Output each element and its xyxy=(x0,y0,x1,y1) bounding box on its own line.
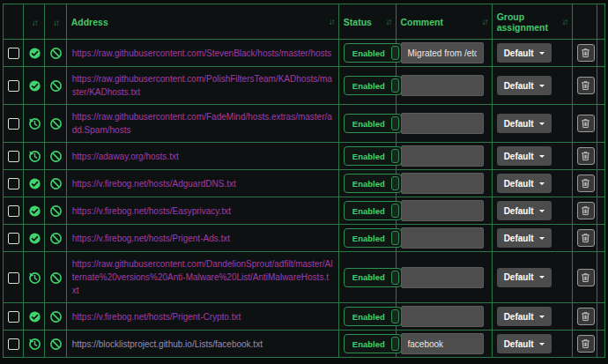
delete-button[interactable] xyxy=(577,269,595,286)
check-circle-icon xyxy=(28,177,41,190)
status-toggle[interactable]: Enabled xyxy=(344,76,402,95)
comment-input[interactable] xyxy=(401,200,484,221)
adlist-link[interactable]: https://raw.githubusercontent.com/FadeMi… xyxy=(72,110,333,137)
row-select-checkbox[interactable] xyxy=(8,151,19,162)
trash-icon xyxy=(581,233,590,243)
group-assignment-label: Default xyxy=(504,152,534,161)
comment-input[interactable] xyxy=(401,173,484,194)
adlist-link[interactable]: https://v.firebog.net/hosts/Prigent-Ads.… xyxy=(72,232,333,245)
row-select-checkbox[interactable] xyxy=(8,311,19,323)
row-select-checkbox[interactable] xyxy=(8,272,19,284)
history-icon xyxy=(28,338,41,351)
adlist-link[interactable]: https://v.firebog.net/hosts/Prigent-Cryp… xyxy=(72,310,333,323)
delete-button[interactable] xyxy=(577,308,595,325)
comment-input[interactable] xyxy=(401,333,484,354)
toggle-knob-icon xyxy=(391,271,399,285)
comment-input[interactable] xyxy=(401,113,484,134)
group-assignment-dropdown[interactable]: Default xyxy=(497,201,552,220)
trash-icon xyxy=(581,151,590,161)
column-header-status[interactable]: Status ↓↑ xyxy=(338,4,396,40)
group-assignment-dropdown[interactable]: Default xyxy=(497,228,552,248)
delete-button[interactable] xyxy=(577,229,595,247)
group-assignment-dropdown[interactable]: Default xyxy=(497,268,552,287)
adlist-link[interactable]: https://v.firebog.net/hosts/AdguardDNS.t… xyxy=(72,177,333,190)
adlist-link[interactable]: https://raw.githubusercontent.com/Polish… xyxy=(72,72,333,99)
delete-button[interactable] xyxy=(577,202,595,219)
adlist-link[interactable]: https://adaway.org/hosts.txt xyxy=(72,150,333,163)
row-select-checkbox[interactable] xyxy=(8,338,19,350)
group-assignment-label: Default xyxy=(504,48,534,58)
group-assignment-dropdown[interactable]: Default xyxy=(497,174,552,193)
toggle-knob-icon xyxy=(391,309,399,323)
delete-button[interactable] xyxy=(577,175,595,192)
caret-down-icon xyxy=(539,276,545,281)
check-circle-icon xyxy=(28,79,41,93)
group-assignment-label: Default xyxy=(504,312,534,322)
toggle-knob-icon xyxy=(391,337,399,351)
group-assignment-dropdown[interactable]: Default xyxy=(497,76,552,95)
gap-cell xyxy=(597,331,604,358)
group-assignment-dropdown[interactable]: Default xyxy=(497,334,552,353)
group-assignment-dropdown[interactable]: Default xyxy=(497,114,552,133)
delete-button[interactable] xyxy=(577,115,595,132)
row-select-checkbox[interactable] xyxy=(8,233,19,244)
group-assignment-label: Default xyxy=(504,81,534,91)
adlist-link[interactable]: https://raw.githubusercontent.com/Steven… xyxy=(72,47,333,60)
check-circle-icon xyxy=(28,204,41,218)
group-assignment-dropdown[interactable]: Default xyxy=(497,146,552,166)
history-icon xyxy=(28,117,41,130)
status-toggle[interactable]: Enabled xyxy=(344,228,402,248)
comment-input[interactable] xyxy=(401,306,484,327)
status-toggle[interactable]: Enabled xyxy=(344,146,402,166)
row-select-checkbox[interactable] xyxy=(8,178,19,189)
ban-icon xyxy=(49,79,63,93)
delete-button[interactable] xyxy=(577,335,595,353)
row-select-checkbox[interactable] xyxy=(8,205,19,217)
group-assignment-dropdown[interactable]: Default xyxy=(497,43,552,63)
column-header-status-icon[interactable]: ↓↑ xyxy=(24,4,45,40)
column-header-ban-icon[interactable]: ↓↑ xyxy=(45,4,66,40)
caret-down-icon xyxy=(539,85,545,90)
ban-icon xyxy=(49,47,63,60)
status-toggle[interactable]: Enabled xyxy=(344,174,402,193)
status-toggle[interactable]: Enabled xyxy=(344,268,402,287)
delete-button[interactable] xyxy=(577,44,595,62)
sort-icon: ↓↑ xyxy=(562,17,567,26)
comment-input[interactable] xyxy=(401,145,484,167)
sort-icon: ↓↑ xyxy=(386,17,391,26)
column-header-group[interactable]: Group assignment ↓↑ xyxy=(492,4,572,40)
comment-input[interactable] xyxy=(401,267,484,288)
row-select-checkbox[interactable] xyxy=(8,48,19,59)
status-toggle[interactable]: Enabled xyxy=(344,334,402,353)
comment-input[interactable] xyxy=(401,227,484,249)
header-gap-cell xyxy=(597,4,604,40)
adlist-link[interactable]: https://raw.githubusercontent.com/Dandel… xyxy=(72,257,333,297)
ban-icon xyxy=(49,204,63,218)
table-row: https://raw.githubusercontent.com/Polish… xyxy=(4,67,605,105)
adlist-link[interactable]: https://v.firebog.net/hosts/Easyprivacy.… xyxy=(72,204,333,218)
comment-input[interactable] xyxy=(401,42,484,63)
comment-input[interactable] xyxy=(401,75,484,96)
status-toggle[interactable]: Enabled xyxy=(344,43,402,63)
caret-down-icon xyxy=(539,237,545,242)
adlist-link[interactable]: https://blocklistproject.github.io/Lists… xyxy=(72,338,333,351)
column-header-comment[interactable]: Comment ↓↑ xyxy=(396,4,492,40)
toggle-knob-icon xyxy=(391,176,399,190)
column-label-group: Group assignment xyxy=(497,11,552,33)
history-icon xyxy=(28,150,41,163)
status-toggle[interactable]: Enabled xyxy=(344,114,402,133)
row-select-checkbox[interactable] xyxy=(8,80,19,92)
status-toggle-label: Enabled xyxy=(345,48,391,58)
group-assignment-label: Default xyxy=(504,234,534,243)
column-header-address[interactable]: Address ↓↑ xyxy=(66,4,338,40)
caret-down-icon xyxy=(539,155,545,160)
toggle-knob-icon xyxy=(391,204,399,218)
status-toggle[interactable]: Enabled xyxy=(344,307,402,326)
delete-button[interactable] xyxy=(577,77,595,94)
status-toggle[interactable]: Enabled xyxy=(344,201,402,220)
status-toggle-label: Enabled xyxy=(345,81,391,91)
row-select-checkbox[interactable] xyxy=(8,118,19,130)
delete-button[interactable] xyxy=(577,147,595,165)
group-assignment-dropdown[interactable]: Default xyxy=(497,307,552,326)
gap-cell xyxy=(597,67,604,105)
